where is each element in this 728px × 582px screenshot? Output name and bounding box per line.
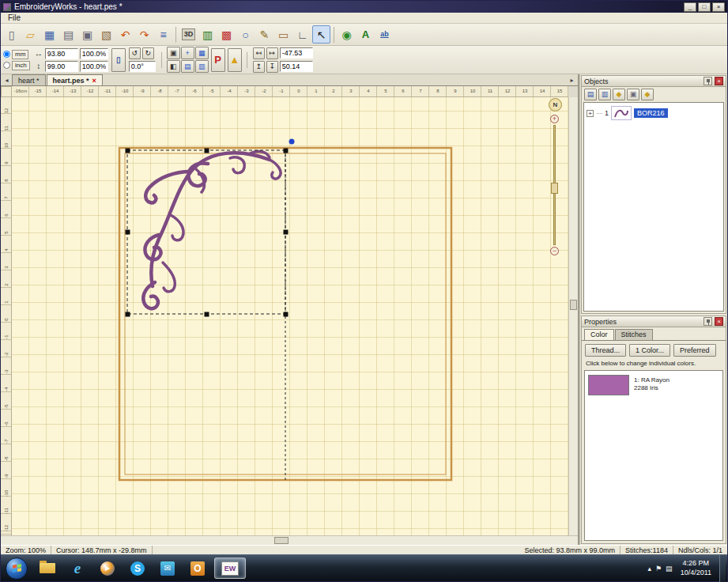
object-row-1[interactable]: + ···· 1 BOR216 (584, 103, 723, 123)
move-up-button[interactable]: ↥ (253, 61, 265, 73)
tab-heart-pes[interactable]: heart.pes * × (47, 74, 103, 85)
thread-color-swatch[interactable] (588, 375, 629, 395)
embroideryworks-taskbar-button[interactable]: EW (214, 557, 246, 579)
show-desktop-button[interactable] (719, 555, 726, 582)
internet-explorer-taskbar-button[interactable]: e (64, 557, 91, 579)
lettering-icon[interactable]: A (356, 25, 375, 43)
rotate-right-button[interactable]: ↻ (142, 47, 154, 59)
tab-stitches[interactable]: Stitches (615, 329, 653, 340)
rotate-left-button[interactable]: ↺ (129, 47, 141, 59)
lock-icon[interactable]: ◆ (613, 89, 625, 100)
aspect-lock-button[interactable]: ▯ (111, 48, 126, 72)
hoop-icon[interactable]: ▭ (274, 25, 292, 43)
print-icon[interactable]: ▤ (59, 25, 77, 43)
horizontal-scrollbar[interactable] (1, 535, 578, 545)
design-center-icon[interactable]: ◉ (338, 25, 356, 43)
tab-close-icon[interactable]: × (92, 77, 96, 85)
pin-icon[interactable] (703, 77, 712, 85)
width-scale-input[interactable] (80, 48, 108, 59)
horizontal-scrollbar-thumb[interactable] (274, 537, 289, 544)
redo-icon[interactable]: ↷ (135, 25, 153, 43)
tray-network-icon[interactable]: ▤ (666, 565, 673, 573)
unit-mm-radio[interactable]: mm (3, 50, 30, 59)
contrast-toggle[interactable]: ◧ (167, 60, 180, 73)
thread-button[interactable]: Thread... (585, 344, 626, 357)
object-label[interactable]: BOR216 (634, 108, 668, 118)
selection-handles[interactable] (126, 149, 289, 317)
save-icon[interactable]: ▦ (40, 25, 58, 43)
zoom-slider-track[interactable] (553, 125, 556, 245)
skype-taskbar-button[interactable]: S (124, 557, 151, 579)
move-left-button[interactable]: ↤ (253, 47, 265, 59)
design-canvas[interactable]: N + − (12, 97, 568, 535)
vertical-scrollbar[interactable] (568, 97, 578, 535)
undo-icon[interactable]: ↶ (116, 25, 134, 43)
align-icon[interactable]: ∟ (293, 25, 311, 43)
tree-expander-icon[interactable]: + (587, 110, 594, 117)
color-row-1[interactable]: 1: RA Rayon 2288 Iris (588, 375, 719, 395)
tab-scroll-right-button[interactable]: ▸ (567, 75, 577, 85)
tray-flag-icon[interactable]: ⚑ (655, 565, 662, 573)
open-icon[interactable]: ▱ (21, 25, 40, 43)
zoom-icon[interactable]: ○ (236, 25, 255, 43)
zoom-slider[interactable]: + − (550, 115, 559, 255)
move-down-button[interactable]: ↧ (266, 61, 278, 73)
x-position-input[interactable] (280, 47, 313, 59)
one-color-button[interactable]: 1 Color... (629, 344, 670, 357)
image-icon[interactable]: ▣ (627, 89, 639, 100)
explorer-taskbar-button[interactable] (34, 557, 61, 579)
panel-close-icon[interactable]: × (715, 77, 723, 85)
color-bars-icon[interactable]: ▥ (198, 25, 217, 43)
unlock-icon[interactable]: ◆ (641, 89, 654, 100)
hoop-view-toggle[interactable]: ▤ (181, 60, 194, 73)
embroidery-design[interactable] (143, 152, 281, 309)
move-right-button[interactable]: ↦ (266, 47, 278, 59)
taskbar-clock[interactable]: 4:26 PM 10/4/2011 (677, 559, 715, 577)
copy-icon[interactable]: ▣ (78, 25, 96, 43)
width-input[interactable] (45, 48, 78, 59)
close-button[interactable]: × (712, 2, 725, 12)
rotation-input[interactable] (129, 61, 156, 72)
hidden-icons-button[interactable]: ▴ (648, 565, 652, 573)
zoom-slider-thumb[interactable] (551, 183, 558, 194)
menu-file[interactable]: File (5, 13, 24, 22)
sequence-icon[interactable]: ≡ (154, 25, 172, 43)
tab-heart[interactable]: heart * (12, 74, 46, 85)
tab-scroll-left-button[interactable]: ◂ (2, 75, 12, 85)
height-input[interactable] (45, 61, 78, 72)
palette-icon[interactable]: ▩ (217, 25, 236, 43)
new-document-icon[interactable]: ▯ (2, 25, 21, 43)
rotation-handle[interactable] (289, 139, 295, 145)
jump-stitch-toggle[interactable]: P (211, 48, 225, 72)
paste-icon[interactable]: ▧ (97, 25, 115, 43)
group-icon[interactable]: ▥ (598, 89, 611, 100)
maximize-button[interactable]: □ (698, 2, 711, 12)
library-icon[interactable]: ab (375, 25, 394, 43)
view-3d-button[interactable]: 3D (179, 25, 198, 43)
show-order-icon[interactable]: ▤ (584, 89, 597, 100)
unit-inch-input[interactable] (3, 62, 10, 69)
vertical-scrollbar-thumb[interactable] (570, 300, 577, 310)
tab-color[interactable]: Color (584, 329, 614, 340)
grid-toggle[interactable]: ▦ (195, 47, 209, 59)
zoom-in-icon[interactable]: + (550, 115, 559, 123)
outlook-taskbar-button[interactable]: O (184, 557, 211, 579)
unit-inch-radio[interactable]: inch (3, 61, 30, 70)
measure-icon[interactable]: ✎ (255, 25, 273, 43)
media-player-taskbar-button[interactable]: ▶ (94, 557, 121, 579)
panel-close-icon[interactable]: × (715, 317, 723, 326)
start-button[interactable] (6, 557, 28, 580)
y-position-input[interactable] (280, 61, 313, 72)
ruler-toggle[interactable]: ▥ (195, 60, 209, 73)
center-design-toggle[interactable]: + (181, 47, 194, 59)
minimize-button[interactable]: _ (684, 2, 696, 12)
slow-draw-toggle[interactable]: ▲ (228, 48, 242, 72)
black-white-toggle[interactable]: ▣ (167, 47, 180, 59)
preferred-button[interactable]: Preferred (673, 344, 716, 357)
mail-taskbar-button[interactable]: ✉ (154, 557, 181, 579)
pin-icon[interactable] (703, 317, 712, 326)
unit-mm-input[interactable] (3, 51, 10, 58)
select-arrow-icon[interactable]: ↖ (312, 25, 330, 43)
height-scale-input[interactable] (80, 61, 108, 72)
zoom-out-icon[interactable]: − (550, 247, 559, 255)
